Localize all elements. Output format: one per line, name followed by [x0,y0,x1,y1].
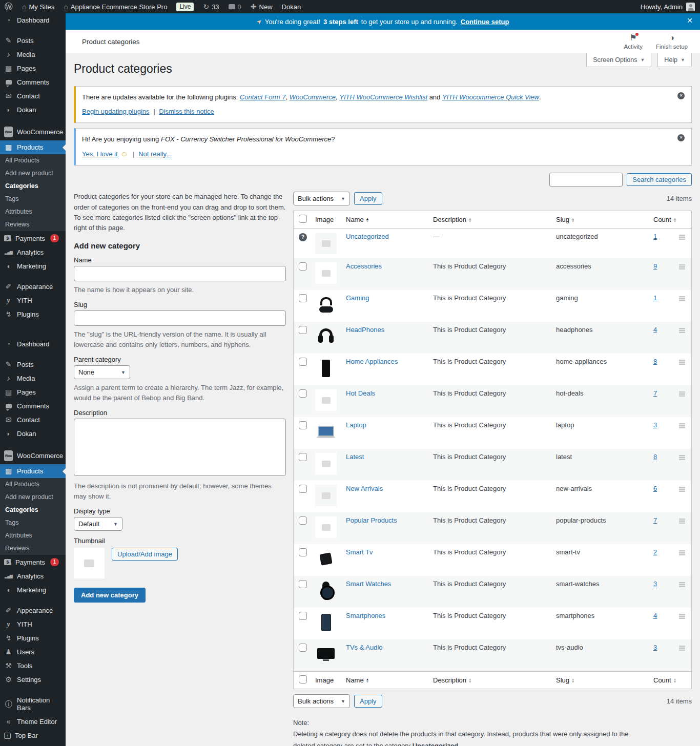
row-checkbox[interactable] [299,326,307,334]
category-count-link[interactable]: 2 [653,548,657,556]
select-all-checkbox[interactable] [299,675,307,683]
grid-icon[interactable] [679,423,685,428]
upload-image-button[interactable]: Upload/Add image [112,548,178,561]
sidebar-item[interactable]: y YITH [0,294,66,307]
grid-icon[interactable] [679,550,685,555]
category-count-link[interactable]: 7 [653,516,657,524]
row-checkbox[interactable] [299,548,307,556]
add-category-submit-button[interactable]: Add new category [74,588,146,603]
category-name-link[interactable]: Latest [346,453,364,461]
sidebar-item[interactable]: ▂▄▆ Analytics [0,569,66,583]
sidebar-item[interactable]: ♟ Users [0,645,66,659]
grid-icon[interactable] [679,646,685,651]
row-checkbox[interactable] [299,580,307,588]
category-name-link[interactable]: New Arrivals [346,485,383,492]
dismiss-notice-link[interactable]: Dismiss this notice [159,108,214,115]
sidebar-item[interactable] [0,117,66,123]
sidebar-item[interactable]: ✉ Contact [0,413,66,427]
grid-icon[interactable] [679,582,685,587]
dokan-menu[interactable]: Dokan [277,0,306,13]
grid-icon[interactable] [679,264,685,270]
category-name-link[interactable]: Smart Watches [346,580,391,588]
sort-by-count[interactable]: Count▲▼ [653,676,676,684]
sidebar-item[interactable]: Woo WooCommerce [0,447,66,464]
sort-by-slug[interactable]: Slug▲▼ [556,676,574,684]
sort-by-description[interactable]: Description▲▼ [433,676,471,684]
grid-icon[interactable] [679,519,685,524]
sidebar-item[interactable] [0,742,66,746]
howdy-menu[interactable]: Howdy, Admin [641,3,683,11]
sidebar-item[interactable]: All Products [0,478,66,491]
category-name-link[interactable]: Home Appliances [346,358,398,365]
row-checkbox[interactable] [299,421,307,429]
sidebar-item[interactable]: ✉ Contact [0,89,66,103]
sidebar-item[interactable]: y YITH [0,617,66,631]
grid-icon[interactable] [679,296,685,301]
sidebar-item[interactable]: ◔ Dashboard [0,337,66,351]
sidebar-item[interactable]: ⚙ Settings [0,673,66,687]
banner-close-icon[interactable]: ✕ [687,16,693,25]
sort-by-description[interactable]: Description▲▼ [433,216,471,223]
sidebar-item[interactable]: $ Payments 1 [0,231,66,245]
bulk-actions-select[interactable]: Bulk actions▼ [293,694,350,708]
category-name-link[interactable]: Laptop [346,421,366,429]
sidebar-item[interactable] [0,597,66,604]
screen-options-button[interactable]: Screen Options▼ [586,53,651,67]
category-name-link[interactable]: Smartphones [346,612,385,619]
category-count-link[interactable]: 8 [653,453,657,461]
sidebar-item[interactable]: ◖ Marketing [0,259,66,273]
category-count-link[interactable]: 3 [653,421,657,429]
my-sites-menu[interactable]: ⌂My Sites [17,0,59,13]
grid-icon[interactable] [679,487,685,492]
sidebar-item[interactable] [0,351,66,358]
begin-updating-link[interactable]: Begin updating plugins [82,108,150,115]
sidebar-item[interactable]: Add new product [0,491,66,504]
sidebar-item[interactable]: ▦ Products [0,140,66,154]
category-name-link[interactable]: Hot Deals [346,389,375,397]
sidebar-item[interactable]: Reviews [0,542,66,555]
sidebar-item[interactable]: ✎ Posts [0,358,66,371]
plugin-link[interactable]: YITH Woocommerce Quick View [442,93,539,101]
grid-icon[interactable] [679,455,685,460]
sidebar-item[interactable]: All Products [0,154,66,167]
sidebar-item[interactable]: Add new product [0,167,66,180]
comments-menu[interactable]: 0 [224,0,246,13]
love-it-link[interactable]: Yes, I love it [82,150,118,158]
new-content-menu[interactable]: ✚New [246,0,277,13]
sidebar-item[interactable]: Reviews [0,218,66,231]
sidebar-item[interactable]: ↯ Plugins [0,307,66,319]
row-checkbox[interactable] [299,644,307,652]
sort-by-slug[interactable]: Slug▲▼ [556,216,574,223]
category-count-link[interactable]: 7 [653,389,657,397]
sidebar-item[interactable]: ▤ Pages [0,385,66,399]
dismiss-icon[interactable]: ✕ [677,92,685,99]
plugin-link[interactable]: WooCommerce [290,93,336,101]
continue-setup-link[interactable]: Continue setup [461,18,509,26]
sidebar-item[interactable]: ◖ Marketing [0,583,66,597]
apply-button[interactable]: Apply [354,192,382,205]
bulk-actions-select[interactable]: Bulk actions▼ [293,192,350,205]
category-name-link[interactable]: Popular Products [346,516,397,524]
category-count-link[interactable]: 9 [653,262,657,270]
row-checkbox[interactable] [299,294,307,302]
sidebar-item[interactable]: ✎ Posts [0,34,66,48]
category-count-link[interactable]: 3 [653,580,657,588]
apply-button[interactable]: Apply [354,695,382,708]
dismiss-icon[interactable]: ✕ [677,134,685,141]
category-name-input[interactable] [74,266,286,281]
category-description-input[interactable] [74,419,286,476]
row-checkbox[interactable] [299,485,307,493]
sidebar-item[interactable]: ↑ Top Bar [0,729,66,742]
sidebar-item[interactable]: ↯ Plugins [0,631,66,645]
search-categories-input[interactable] [549,173,623,186]
row-checkbox[interactable] [299,612,307,620]
avatar[interactable] [686,3,695,11]
sidebar-item[interactable]: $ Payments 1 [0,555,66,569]
sidebar-item[interactable] [0,273,66,280]
category-count-link[interactable]: 6 [653,485,657,492]
sidebar-item[interactable]: ▦ Products [0,464,66,478]
grid-icon[interactable] [679,235,685,240]
row-checkbox[interactable] [299,358,307,366]
activity-button[interactable]: ⚑ Activity [624,33,643,50]
sidebar-item[interactable]: Tags [0,193,66,205]
